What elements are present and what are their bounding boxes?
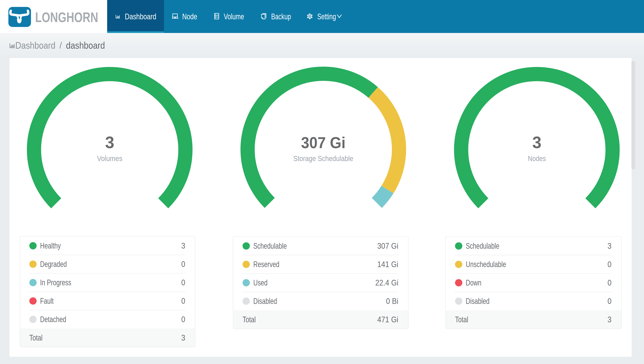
svg-text:3: 3 <box>105 133 114 152</box>
svg-text:3: 3 <box>532 133 542 152</box>
svg-text:307 Gi: 307 Gi <box>301 134 346 152</box>
svg-text:Volumes: Volumes <box>97 154 122 162</box>
svg-text:Nodes: Nodes <box>528 154 546 162</box>
svg-text:Storage Schedulable: Storage Schedulable <box>294 154 353 162</box>
